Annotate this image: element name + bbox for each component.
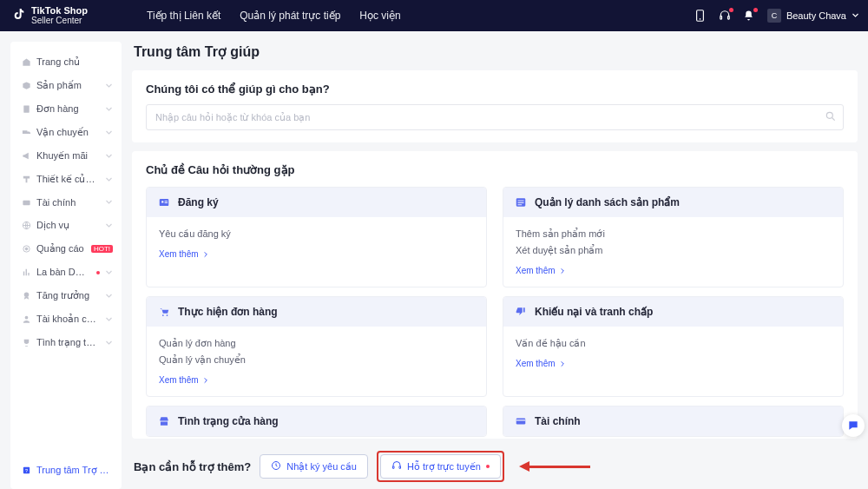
svg-rect-21 (518, 204, 523, 205)
svg-rect-5 (23, 200, 30, 205)
faq-heading: Chủ đề Câu hỏi thường gặp (146, 163, 844, 176)
notification-dot (96, 271, 100, 274)
sidebar-item-ads[interactable]: Quảng cáo HOT! (10, 237, 122, 261)
svg-point-22 (162, 314, 164, 316)
svg-point-1 (700, 18, 701, 20)
search-panel: Chúng tôi có thể giúp gì cho bạn? (132, 70, 858, 142)
faq-line[interactable]: Xét duyệt sản phẩm (516, 242, 831, 259)
nav-live[interactable]: Quản lý phát trực tiếp (240, 10, 340, 22)
faq-card-product-list[interactable]: Quản lý danh sách sản phẩm Thêm sản phẩm… (503, 187, 844, 287)
headset-icon[interactable] (719, 10, 731, 22)
sidebar-item-label: Tình trạng tài k… (36, 337, 100, 348)
sidebar-item-design[interactable]: Thiết kế của hàng (10, 168, 122, 191)
chevron-down-icon (105, 338, 113, 348)
bell-icon[interactable] (743, 10, 755, 22)
svg-rect-16 (165, 201, 168, 202)
svg-rect-17 (165, 202, 168, 203)
chevron-down-icon (105, 81, 113, 91)
account-name: Beauty Chava (786, 10, 846, 21)
sidebar-item-label: Trang chủ (36, 56, 113, 68)
list-icon (514, 195, 528, 209)
see-more-link[interactable]: Xem thêm (516, 266, 566, 275)
faq-card-title: Tài chính (535, 415, 581, 427)
sidebar-item-shipping[interactable]: Vận chuyển (10, 121, 122, 144)
chevron-down-icon (105, 197, 113, 208)
sidebar-item-finance[interactable]: Tài chính (10, 191, 122, 214)
sidebar-item-health[interactable]: Tình trạng tài k… (10, 331, 122, 354)
sidebar-item-label: Thiết kế của hàng (36, 174, 100, 185)
faq-card-fulfillment[interactable]: Thực hiện đơn hàng Quản lý đơn hàng Quản… (146, 296, 487, 397)
sidebar-item-products[interactable]: Sản phẩm (10, 74, 122, 97)
sidebar-item-home[interactable]: Trang chủ (10, 50, 122, 74)
chevron-down-icon (852, 10, 859, 21)
see-more-link[interactable]: Xem thêm (159, 249, 209, 259)
svg-point-8 (25, 248, 28, 250)
see-more-link[interactable]: Xem thêm (516, 359, 566, 368)
sidebar-item-label: Khuyến mãi (36, 150, 100, 162)
megaphone-icon (21, 151, 31, 162)
trophy-icon (21, 338, 31, 348)
online-support-button[interactable]: Hỗ trợ trực tuyến (380, 454, 501, 479)
faq-card-dispute[interactable]: Khiếu nại và tranh chấp Vấn đề hậu cần X… (503, 296, 844, 397)
headset-icon (391, 460, 402, 472)
svg-rect-2 (720, 17, 722, 19)
phone-icon[interactable] (694, 10, 707, 22)
svg-rect-25 (516, 420, 526, 420)
faq-line[interactable]: Quản lý vận chuyển (159, 352, 474, 368)
faq-line[interactable]: Yêu cầu đăng ký (159, 226, 474, 242)
faq-line[interactable]: Vấn đề hậu cần (516, 335, 831, 352)
support-prompt: Bạn cần hỗ trợ thêm? (134, 460, 251, 473)
request-log-button[interactable]: Nhật ký yêu cầu (260, 454, 368, 479)
faq-card-shop-health[interactable]: Tình trạng cửa hàng (146, 406, 487, 437)
faq-card-title: Đăng ký (178, 196, 219, 208)
faq-card-finance[interactable]: Tài chính (503, 406, 844, 437)
hot-badge: HOT! (91, 245, 113, 253)
sidebar-item-compass[interactable]: La bàn Dữ liệu (10, 261, 122, 284)
support-row: Bạn cần hỗ trợ thêm? Nhật ký yêu cầu Hỗ … (132, 447, 858, 482)
faq-card-register[interactable]: Đăng ký Yêu cầu đăng ký Xem thêm (146, 187, 487, 287)
tiktok-logo-icon (12, 7, 26, 23)
store-icon (157, 414, 171, 428)
faq-panel: Chủ đề Câu hỏi thường gặp Đăng ký Yêu cầ… (132, 151, 858, 439)
sidebar-item-account[interactable]: Tài khoản của tôi (10, 307, 122, 331)
svg-point-9 (23, 292, 29, 297)
svg-rect-4 (23, 105, 29, 112)
receipt-icon (21, 104, 31, 115)
faq-card-title: Quản lý danh sách sản phẩm (535, 196, 680, 208)
target-icon (21, 244, 31, 254)
faq-line[interactable]: Thêm sản phẩm mới (516, 226, 831, 242)
main-content: Trung tâm Trợ giúp Chúng tôi có thể giúp… (132, 42, 858, 489)
see-more-link[interactable]: Xem thêm (159, 375, 209, 385)
nav-academy[interactable]: Học viện (359, 10, 400, 22)
chevron-down-icon (105, 151, 113, 162)
nav-affiliate[interactable]: Tiếp thị Liên kết (147, 10, 220, 22)
svg-rect-3 (727, 17, 729, 19)
sidebar-item-orders[interactable]: Đơn hàng (10, 97, 122, 121)
clock-icon (271, 460, 281, 472)
search-icon[interactable] (825, 110, 837, 125)
chevron-down-icon (105, 291, 113, 301)
floating-help-button[interactable] (842, 414, 865, 437)
search-input[interactable] (146, 104, 844, 130)
faq-card-title: Thực hiện đơn hàng (178, 306, 278, 318)
chevron-down-icon (105, 128, 113, 138)
sidebar-item-label: Tài chính (36, 197, 100, 208)
sidebar-item-label: Dịch vụ (36, 220, 100, 231)
sidebar-item-label: Đơn hàng (36, 103, 100, 115)
sidebar-item-label: Vận chuyển (36, 127, 100, 138)
paint-icon (21, 175, 31, 185)
annotation-arrow (520, 461, 590, 472)
faq-line[interactable]: Quản lý đơn hàng (159, 335, 474, 352)
box-icon (21, 81, 31, 91)
svg-rect-28 (399, 466, 401, 469)
sidebar-item-help-center[interactable]: ? Trung tâm Trợ giúp (10, 459, 122, 482)
top-right: C Beauty Chava (694, 9, 859, 23)
sidebar-item-promo[interactable]: Khuyến mãi (10, 144, 122, 168)
user-icon (21, 314, 31, 325)
svg-point-10 (24, 316, 28, 320)
logo-text: TikTok Shop Seller Center (31, 6, 88, 25)
account-menu[interactable]: C Beauty Chava (767, 9, 859, 23)
sidebar-item-growth[interactable]: Tăng trưởng (10, 284, 122, 307)
logo[interactable]: TikTok Shop Seller Center (0, 6, 103, 25)
sidebar-item-service[interactable]: Dịch vụ (10, 214, 122, 237)
